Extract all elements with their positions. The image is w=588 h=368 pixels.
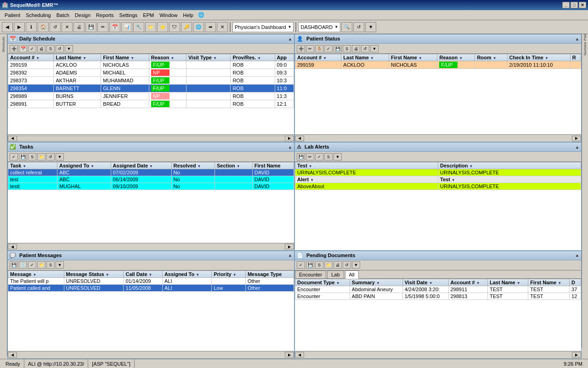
pm-disk-btn[interactable]: 💿 xyxy=(19,261,27,269)
menu-reports[interactable]: Reports xyxy=(93,12,117,19)
patient-messages-collapse[interactable]: ▲ xyxy=(288,253,292,258)
physician-dashboard-dropdown[interactable]: Physician's Dashboard ▼ xyxy=(232,22,294,32)
lab-alerts-table-container[interactable]: Test ▼ Description ▼ URINALYSIS,COMPLETE… xyxy=(295,162,581,250)
minimize-button[interactable]: _ xyxy=(562,2,570,8)
ds-add-btn[interactable]: ➕ xyxy=(10,45,18,52)
tb-refresh-button[interactable]: ↺ xyxy=(50,22,61,32)
tb-print-button[interactable]: 🖨 xyxy=(74,22,85,32)
tb-forward-button[interactable]: ▶ xyxy=(14,22,25,32)
tk-more-btn[interactable]: ▼ xyxy=(56,153,64,161)
tab-lab[interactable]: Lab xyxy=(327,270,344,278)
pd-s-btn[interactable]: S xyxy=(315,261,323,269)
table-row[interactable]: 299159 ACKLOO NICHOLAS F/UP 2/19/2010 11… xyxy=(295,61,581,69)
pm-hscroll-right[interactable]: ▶ xyxy=(285,352,294,357)
pm-col-message[interactable]: Message ▼ xyxy=(8,270,64,277)
tk-col-date[interactable]: Assigned Date ▼ xyxy=(111,162,171,169)
pm-save-btn[interactable]: 💾 xyxy=(10,261,18,269)
ds-col-visit[interactable]: Visit Type ▼ xyxy=(186,54,230,61)
menu-settings[interactable]: Settings xyxy=(117,12,141,19)
patient-status-table-container[interactable]: Account # ▼ Last Name ▼ First Name ▼ Rea… xyxy=(295,54,581,134)
lab-alert-row[interactable]: URINALYSIS,COMPLETE URINALYSIS,COMPLETE xyxy=(295,169,581,176)
close-button[interactable]: ✕ xyxy=(579,2,586,8)
pm-col-date[interactable]: Call Date ▼ xyxy=(124,270,162,277)
ps-print-btn[interactable]: 🖨 xyxy=(352,45,360,52)
tb-star-button[interactable]: ⭐ xyxy=(157,22,168,32)
menu-epm[interactable]: EPM xyxy=(140,12,157,19)
pm-check-btn[interactable]: ✓ xyxy=(28,261,36,269)
ds-s-btn[interactable]: S xyxy=(46,45,55,52)
table-row[interactable]: 298373 AKTHAR MUHAMMAD F/UP ROB 10:3 xyxy=(8,77,294,85)
table-row[interactable]: 298991 BUTTER BREAD F/UP ROB 12:1 xyxy=(8,100,294,108)
patient-status-collapse[interactable]: ▲ xyxy=(575,37,579,41)
ds-col-reason[interactable]: Reason ▼ xyxy=(149,54,186,61)
pending-documents-collapse[interactable]: ▲ xyxy=(575,253,579,258)
la-edit-btn[interactable]: ✏ xyxy=(306,153,314,161)
table-row[interactable]: The Patient will p UNRESOLVED 01/14/2009… xyxy=(8,277,294,284)
pm-col-type[interactable]: Message Type xyxy=(245,270,294,277)
tb-stop-button[interactable]: ✕ xyxy=(62,22,73,32)
patient-messages-table-container[interactable]: Message ▼ Message Status ▼ Call Date ▼ A… xyxy=(8,270,294,351)
tb-tools-button[interactable]: 🔧 xyxy=(133,22,144,32)
tk-col-first[interactable]: First Name xyxy=(252,162,294,169)
hscroll-right-btn[interactable]: ▶ xyxy=(285,136,294,141)
tb-key-button[interactable]: 🔑 xyxy=(181,22,192,32)
tk-col-assigned[interactable]: Assigned To ▼ xyxy=(57,162,111,169)
table-row[interactable]: collect referral ABC 07/02/2009 No DAVID xyxy=(8,169,294,176)
ds-col-first[interactable]: First Name ▼ xyxy=(101,54,149,61)
pm-more-btn[interactable]: ▼ xyxy=(56,261,64,269)
tk-col-section[interactable]: Section ▼ xyxy=(215,162,252,169)
hscroll-left-btn[interactable]: ◀ xyxy=(8,136,17,141)
ps-save-btn[interactable]: 💾 xyxy=(334,45,342,52)
la-s-btn[interactable]: S xyxy=(324,153,333,161)
pd-col-account[interactable]: Account # ▼ xyxy=(448,279,487,286)
ps-col-reason[interactable]: Reason ▼ xyxy=(437,54,475,61)
pd-folder-btn[interactable]: 📁 xyxy=(324,261,333,269)
pd-col-first[interactable]: First Name ▼ xyxy=(528,279,570,286)
pd-check-btn[interactable]: ✓ xyxy=(297,261,305,269)
pm-col-assigned[interactable]: Assigned To ▼ xyxy=(162,270,211,277)
ps-more-btn[interactable]: ▼ xyxy=(370,45,379,52)
ds-check-btn[interactable]: ✓ xyxy=(28,45,36,52)
menu-scheduling[interactable]: Scheduling xyxy=(23,12,53,19)
tb-info-button[interactable]: ℹ xyxy=(26,22,37,32)
pd-hscroll-right[interactable]: ▶ xyxy=(572,352,581,357)
ps-refresh-btn[interactable]: ↺ xyxy=(361,45,369,52)
ps-col-last[interactable]: Last Name ▼ xyxy=(341,54,389,61)
ds-more-btn[interactable]: ▼ xyxy=(65,45,73,52)
table-row[interactable]: Encounter Abdominal Aneury 4/24/2008 3:2… xyxy=(295,286,581,293)
ps-hscroll-right[interactable]: ▶ xyxy=(572,136,581,141)
pm-s-btn[interactable]: S xyxy=(46,261,55,269)
table-row[interactable]: Patient called and UNRESOLVED 11/05/2008… xyxy=(8,284,294,291)
ps-edit-btn[interactable]: ✏ xyxy=(306,45,314,52)
tk-refresh-btn[interactable]: ↺ xyxy=(46,153,55,161)
tk-folder-btn[interactable]: 📁 xyxy=(37,153,45,161)
pd-hscroll-left[interactable]: ◀ xyxy=(295,352,304,357)
daily-schedule-collapse[interactable]: ▲ xyxy=(288,37,292,41)
pm-folder-btn[interactable]: 📁 xyxy=(37,261,45,269)
tk-col-resolved[interactable]: Resolved ▼ xyxy=(171,162,215,169)
ds-refresh-btn[interactable]: ↺ xyxy=(56,45,64,52)
menu-patient[interactable]: Patient xyxy=(2,12,23,19)
pm-col-priority[interactable]: Priority ▼ xyxy=(212,270,246,277)
ds-col-last[interactable]: Last Name ▼ xyxy=(54,54,101,61)
tab-encounter[interactable]: Encounter xyxy=(295,270,326,278)
menu-batch[interactable]: Batch xyxy=(54,12,72,19)
ps-add-btn[interactable]: ➕ xyxy=(297,45,305,52)
pm-col-status[interactable]: Message Status ▼ xyxy=(64,270,124,277)
tasks-hscroll[interactable]: ◀ ▶ xyxy=(8,243,294,250)
ps-chair-btn[interactable]: 🪑 xyxy=(315,45,323,52)
la-check-btn[interactable]: ✓ xyxy=(315,153,323,161)
pd-col-d[interactable]: D xyxy=(570,279,581,286)
la-save-btn[interactable]: 💾 xyxy=(297,153,305,161)
patient-status-hscroll[interactable]: ◀ ▶ xyxy=(295,134,581,142)
tab-all[interactable]: All xyxy=(345,270,359,279)
tk-hscroll-left[interactable]: ◀ xyxy=(8,244,17,249)
pd-refresh-btn[interactable]: ↺ xyxy=(343,261,351,269)
pd-col-summary[interactable]: Summary ▼ xyxy=(350,279,402,286)
tb-globe-button[interactable]: 🌐 xyxy=(193,22,204,32)
pd-hscroll[interactable]: ◀ ▶ xyxy=(295,351,581,358)
la-col-test[interactable]: Test ▼ xyxy=(295,162,438,169)
ps-col-account[interactable]: Account # ▼ xyxy=(295,54,341,61)
pd-col-type[interactable]: Document Type ▼ xyxy=(295,279,350,286)
pd-col-last[interactable]: Last Name ▼ xyxy=(487,279,528,286)
